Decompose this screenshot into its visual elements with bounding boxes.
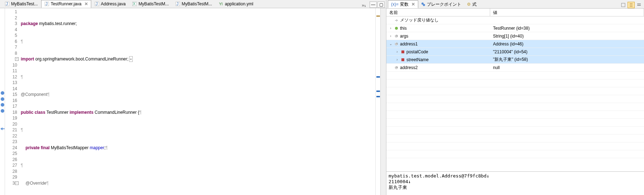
svg-text:X: X xyxy=(133,2,136,6)
ret-icon xyxy=(394,18,399,23)
empty-row xyxy=(386,103,644,111)
tab-testrunner[interactable]: JTestRunner.java✕ xyxy=(41,0,91,8)
view-tool-2[interactable] xyxy=(628,2,635,8)
empty-row xyxy=(386,150,644,158)
col-name[interactable]: 名前 xyxy=(386,9,490,16)
field-icon xyxy=(401,58,405,62)
var-value-text: Address (id=46) xyxy=(490,42,644,47)
tab-controls: — ▢ xyxy=(368,1,386,8)
svg-point-11 xyxy=(423,4,425,6)
empty-row xyxy=(386,87,644,95)
tab-mybatistest[interactable]: JMyBatisTest... xyxy=(1,0,41,8)
view-toolbar xyxy=(620,2,644,8)
var-name-text: streetName xyxy=(406,57,429,62)
svg-rect-12 xyxy=(621,3,625,7)
var-value-text: "新丸子東" (id=58) xyxy=(490,57,644,63)
fold-icon[interactable]: − xyxy=(15,181,19,185)
var-value-text: "2110004" (id=54) xyxy=(490,49,644,54)
tab-address[interactable]: JAddress.java xyxy=(91,0,129,8)
variable-detail: mybatis.test.model.Address@7f9fc8bd↓ 211… xyxy=(386,171,644,195)
tab-label: MyBatisTestM... xyxy=(138,1,169,6)
yml-icon xyxy=(219,1,224,6)
svg-rect-21 xyxy=(401,58,404,61)
line-gutter: 1234567891011121314151617181920212223242… xyxy=(5,8,19,195)
marker-icon xyxy=(1,109,4,113)
variables-table: 名前 値 メソッド戻り値なし›thisTestRunner (id=38)›La… xyxy=(386,9,644,171)
svg-text:J: J xyxy=(45,2,48,6)
java-icon: J xyxy=(5,1,10,6)
tab-expressions[interactable]: ⚙式 xyxy=(464,0,479,8)
svg-text:J: J xyxy=(96,2,98,6)
var-value-text: TestRunner (id=38) xyxy=(490,26,644,31)
breakpoints-icon xyxy=(421,2,425,6)
marker-icon xyxy=(1,91,4,95)
svg-text:L: L xyxy=(395,42,398,46)
variable-row[interactable]: ›thisTestRunner (id=38) xyxy=(386,24,644,32)
code-content[interactable]: package mybatis.test.runner; ¶ +import o… xyxy=(19,8,375,195)
var-name-text: メソッド戻り値なし xyxy=(400,17,439,23)
breakpoint-ruler[interactable] xyxy=(0,8,5,195)
vertical-scrollbar[interactable] xyxy=(380,8,386,195)
marker-icon xyxy=(1,103,4,107)
variable-row[interactable]: Laddress2null xyxy=(386,64,644,72)
variable-row[interactable]: ›postalCode"2110004" (id=54) xyxy=(386,48,644,56)
variables-rows[interactable]: メソッド戻り値なし›thisTestRunner (id=38)›LargsSt… xyxy=(386,16,644,171)
empty-row xyxy=(386,142,644,150)
svg-rect-13 xyxy=(637,4,641,4)
marker-icon xyxy=(1,97,4,101)
svg-text:L: L xyxy=(395,34,398,38)
java-icon: J xyxy=(175,1,180,6)
tab-mapper-xml[interactable]: XMyBatisTestM... xyxy=(129,0,172,8)
variable-row[interactable]: メソッド戻り値なし xyxy=(386,16,644,24)
variable-row[interactable]: ›LargsString[1] (id=40) xyxy=(386,32,644,40)
tab-label: Address.java xyxy=(101,1,126,6)
field-icon xyxy=(401,50,405,54)
variable-row[interactable]: ›streetName"新丸子東" (id=58) xyxy=(386,56,644,64)
expand-icon[interactable]: › xyxy=(389,26,393,30)
fold-icon[interactable]: + xyxy=(15,57,19,61)
tab-overflow[interactable]: »₁ xyxy=(360,3,368,8)
tab-label: application.yml xyxy=(225,1,253,6)
java-icon: J xyxy=(94,1,99,6)
minimize-button[interactable]: — xyxy=(370,1,377,8)
var-name-text: args xyxy=(400,34,408,39)
this-icon xyxy=(394,26,399,30)
close-icon[interactable]: ✕ xyxy=(411,2,415,7)
empty-row xyxy=(386,95,644,103)
view-tool-1[interactable] xyxy=(620,2,627,8)
close-icon[interactable]: ✕ xyxy=(84,1,88,6)
expand-icon[interactable]: ⌄ xyxy=(389,42,393,46)
debug-current-icon xyxy=(0,127,5,130)
variable-row[interactable]: ⌄Laddress1Address (id=46) xyxy=(386,40,644,48)
expand-icon[interactable]: › xyxy=(395,58,399,62)
col-value[interactable]: 値 xyxy=(490,9,644,16)
svg-text:J: J xyxy=(176,2,179,6)
view-menu-button[interactable] xyxy=(635,2,643,8)
svg-text:L: L xyxy=(395,66,398,69)
empty-row xyxy=(386,135,644,142)
tab-mapper-java[interactable]: JMyBatisTestM... xyxy=(172,0,215,8)
local-icon: L xyxy=(394,65,399,70)
expand-icon[interactable]: › xyxy=(389,34,393,38)
local-icon: L xyxy=(394,34,399,38)
svg-rect-14 xyxy=(637,5,641,6)
tab-breakpoints[interactable]: ブレークポイント xyxy=(418,0,464,8)
tab-label: MyBatisTest... xyxy=(11,1,38,6)
var-value-text: String[1] (id=40) xyxy=(490,34,644,39)
expand-icon[interactable]: › xyxy=(395,50,399,54)
variables-header: 名前 値 xyxy=(386,9,644,16)
var-name-text: postalCode xyxy=(406,49,428,54)
variables-icon: (x)= xyxy=(391,2,399,7)
empty-row xyxy=(386,72,644,79)
tab-label: TestRunner.java xyxy=(51,1,82,6)
svg-rect-20 xyxy=(401,50,404,53)
tab-yml[interactable]: application.yml xyxy=(215,0,257,8)
java-icon: J xyxy=(44,1,49,6)
overview-ruler[interactable] xyxy=(375,8,380,195)
code-area: 1234567891011121314151617181920212223242… xyxy=(0,8,386,195)
var-name-text: this xyxy=(400,26,407,31)
tab-variables[interactable]: (x)=変数✕ xyxy=(388,0,418,8)
local-icon: L xyxy=(394,42,399,46)
maximize-button[interactable]: ▢ xyxy=(377,1,385,8)
expressions-icon: ⚙ xyxy=(467,2,471,7)
